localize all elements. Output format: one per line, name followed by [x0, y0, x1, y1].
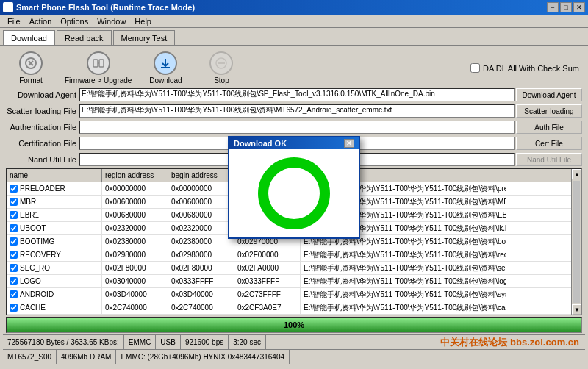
row-checkbox[interactable] — [10, 198, 18, 206]
td-begin: 0x43E40000 — [168, 315, 234, 315]
td-region: 0x00000000 — [102, 182, 168, 195]
scatter-row: Scatter-loading File E:\智能手机资料\华为\Y511-T… — [6, 104, 582, 118]
td-end: 0x02FA0000 — [234, 262, 301, 274]
td-end: 0x2C73FFFF — [234, 288, 301, 301]
download-agent-input[interactable]: E:\智能手机资料\华为\Y511-T00\华为Y511-T00线刷包\SP_F… — [79, 88, 514, 101]
td-region: 0x02380000 — [102, 235, 168, 248]
format-icon — [19, 51, 43, 75]
download-agent-btn[interactable]: Download Agent — [516, 88, 582, 101]
scatter-btn[interactable]: Scatter-loading — [516, 104, 582, 118]
bottom-bar: MT6572_S00 4096Mb DRAM EMMC: (28Gb+4096M… — [3, 349, 585, 364]
menu-file[interactable]: File — [3, 16, 25, 26]
title-bar: Smart Phone Flash Tool (Runtime Trace Mo… — [0, 0, 588, 15]
td-region: 0x00600000 — [102, 196, 168, 208]
minimize-button[interactable]: − — [547, 2, 559, 12]
firmware-upgrade-button[interactable]: Firmware > Upgrade — [65, 51, 132, 85]
row-checkbox[interactable] — [10, 304, 18, 312]
td-region: 0x02980000 — [102, 248, 168, 261]
row-checkbox[interactable] — [10, 184, 18, 193]
dram-info: 4096Mb DRAM — [57, 350, 116, 364]
dialog-close-button[interactable]: ✕ — [344, 139, 354, 148]
td-end: 0x0333FFFF — [234, 275, 301, 287]
menu-window[interactable]: Window — [93, 16, 130, 26]
scroll-thumb[interactable] — [573, 181, 580, 303]
status-usb: USB — [156, 335, 181, 349]
col-region: region address — [102, 169, 168, 182]
status-bytes: 725567180 Bytes / 3633.65 KBps: — [3, 335, 124, 349]
dialog-title-text: Download OK — [234, 139, 287, 148]
td-begin: 0x02320000 — [168, 222, 234, 234]
td-file: E:\智能手机资料\华为\Y511-T00\华为Y511-T00线刷包\资料\l… — [301, 275, 506, 287]
download-ok-dialog: Download OK ✕ — [228, 136, 360, 239]
download-button[interactable]: Download — [143, 51, 187, 85]
td-file: E:\智能手机资料\华为\Y511-T00\华为Y511-T00线刷包\资料\ — [301, 315, 506, 315]
tab-download[interactable]: Download — [3, 30, 55, 45]
row-checkbox[interactable] — [10, 264, 18, 272]
row-checkbox[interactable] — [10, 290, 18, 298]
table-row: USRDATA 0x43E40000 0x43E40000 0x451B1E3 … — [7, 315, 581, 315]
td-region: 0x2C740000 — [102, 301, 168, 314]
scatter-input[interactable]: E:\智能手机资料\华为\Y511-T00\华为Y511-T00线刷包\资料\M… — [79, 104, 514, 118]
td-end: 0x451B1E3 — [234, 315, 301, 315]
row-checkbox[interactable] — [10, 224, 18, 232]
svg-rect-4 — [99, 60, 104, 67]
stop-button[interactable]: Stop — [199, 51, 243, 85]
auth-input[interactable] — [79, 121, 514, 134]
scroll-down-arrow[interactable]: ▼ — [572, 304, 582, 315]
table-row: RECOVERY 0x02980000 0x02980000 0x02F0000… — [7, 248, 581, 262]
download-agent-label: Download Agent — [6, 90, 79, 99]
dialog-body — [229, 149, 359, 237]
format-button[interactable]: Format — [9, 51, 53, 85]
row-checkbox[interactable] — [10, 237, 18, 246]
mt-info: MT6572_S00 — [3, 350, 57, 364]
progress-container: 100% — [6, 317, 582, 333]
app-title: Smart Phone Flash Tool (Runtime Trace Mo… — [16, 3, 195, 12]
tab-memorytest[interactable]: Memory Test — [113, 30, 176, 45]
da-dl-label: DA DL All With Check Sum — [483, 64, 579, 73]
td-file: E:\智能手机资料\华为\Y511-T00\华为Y511-T00线刷包\资料\r… — [301, 248, 506, 261]
window-controls: − □ ✕ — [547, 2, 585, 12]
row-checkbox[interactable] — [10, 211, 18, 219]
scroll-up-arrow[interactable]: ▲ — [572, 169, 582, 179]
table-row: SEC_RO 0x02F80000 0x02F80000 0x02FA0000 … — [7, 262, 581, 275]
menu-options[interactable]: Options — [56, 16, 93, 26]
status-bar: 725567180 Bytes / 3633.65 KBps: EMMC USB… — [3, 334, 585, 349]
emmc-info: EMMC: (28Gb+4096Mb) HYNIX 0x483447316404 — [116, 350, 290, 364]
da-dl-checkbox[interactable] — [470, 63, 480, 73]
td-file: E:\智能手机资料\华为\Y511-T00\华为Y511-T00线刷包\资料\s… — [301, 262, 506, 274]
auth-btn[interactable]: Auth File — [516, 121, 582, 134]
menu-action[interactable]: Action — [25, 16, 57, 26]
da-dl-checkbox-row: DA DL All With Check Sum — [470, 63, 579, 73]
table-row: ANDROID 0x03D40000 0x03D40000 0x2C73FFFF… — [7, 288, 581, 301]
table-row: CACHE 0x2C740000 0x2C740000 0x2CF3A0E7 E… — [7, 301, 581, 315]
td-name: USRDATA — [7, 315, 102, 315]
progress-text: 100% — [284, 320, 304, 329]
firmware-icon — [87, 51, 110, 75]
toolbar: Format Firmware > Upgrade Download — [3, 49, 585, 87]
td-name: UBOOT — [7, 222, 102, 234]
vertical-scrollbar[interactable]: ▲ ▼ — [571, 169, 581, 315]
close-button[interactable]: ✕ — [573, 2, 585, 12]
download-agent-row: Download Agent E:\智能手机资料\华为\Y511-T00\华为Y… — [6, 87, 582, 102]
td-begin: 0x00600000 — [168, 196, 234, 208]
td-name: LOGO — [7, 275, 102, 287]
td-begin: 0x2C740000 — [168, 301, 234, 314]
td-name: RECOVERY — [7, 248, 102, 261]
tab-readback[interactable]: Read back — [57, 30, 112, 45]
row-checkbox[interactable] — [10, 251, 18, 259]
menu-bar: File Action Options Window Help — [0, 15, 588, 28]
td-end: 0x2CF3A0E7 — [234, 301, 301, 314]
td-begin: 0x0333FFFF — [168, 275, 234, 287]
status-bps: 921600 bps — [181, 335, 229, 349]
td-begin: 0x02F80000 — [168, 262, 234, 274]
cert-btn[interactable]: Cert File — [516, 137, 582, 150]
td-name: EBR1 — [7, 209, 102, 221]
status-emmc: EMMC — [124, 335, 157, 349]
row-checkbox[interactable] — [10, 277, 18, 285]
menu-help[interactable]: Help — [130, 16, 156, 26]
tab-bar: Download Read back Memory Test — [0, 28, 588, 46]
td-name: BOOTIMG — [7, 235, 102, 248]
maximize-button[interactable]: □ — [560, 2, 572, 12]
nand-btn[interactable]: Nand Util File — [516, 153, 582, 166]
td-name: ANDROID — [7, 288, 102, 301]
